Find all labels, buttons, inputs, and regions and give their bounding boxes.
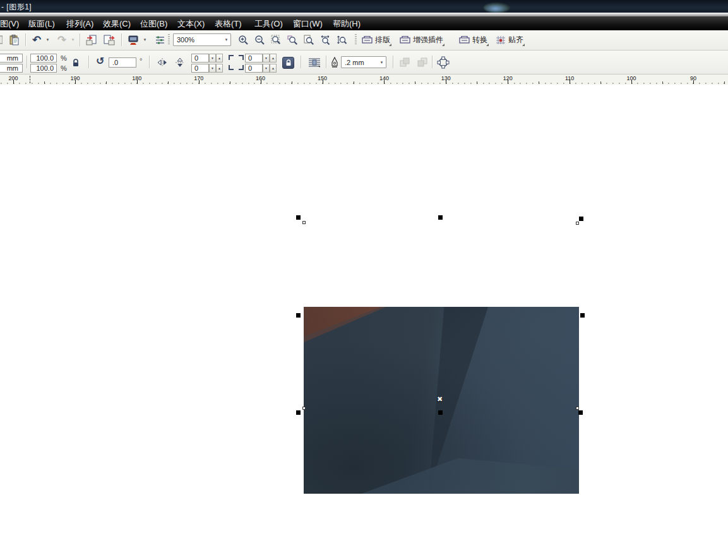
- paste-button[interactable]: [6, 32, 21, 47]
- undo-button[interactable]: ↶: [29, 32, 44, 47]
- spinner-down-icon: ▼: [211, 56, 214, 60]
- mirror-horizontal-button[interactable]: [155, 56, 169, 69]
- percent-label: %: [61, 64, 67, 72]
- object-width-field[interactable]: mm: [0, 54, 23, 63]
- plugins-plugin-button[interactable]: 增强插件: [398, 32, 445, 47]
- rotation-angle-field[interactable]: .0: [109, 57, 136, 68]
- redo-dropdown[interactable]: ▼: [69, 32, 76, 47]
- menu-table[interactable]: 表格(T): [215, 18, 242, 30]
- outline-width-combo[interactable]: .2 mm ▼: [341, 56, 386, 68]
- spinner-up[interactable]: ▲: [216, 54, 223, 63]
- zoom-out-button[interactable]: [251, 32, 268, 47]
- edit-corners-together-button[interactable]: [282, 57, 294, 69]
- selection-handle-top-right[interactable]: [579, 217, 583, 221]
- to-back-icon: [417, 57, 427, 68]
- to-front-button[interactable]: [398, 56, 412, 69]
- corner-radius-1-value: 0: [194, 54, 198, 62]
- selection-handle-bottom-left[interactable]: [296, 410, 301, 415]
- convert-to-curves-button[interactable]: [436, 55, 451, 70]
- propbar-separator: [88, 56, 89, 68]
- to-back-button[interactable]: [415, 56, 429, 69]
- percent-label: %: [61, 54, 67, 62]
- lock-ratio-button[interactable]: [71, 57, 81, 68]
- layout-plugin-button[interactable]: 排版: [360, 32, 392, 47]
- menu-view[interactable]: 图(V): [0, 18, 19, 30]
- mirror-vertical-button[interactable]: [173, 56, 187, 69]
- spinner-down[interactable]: ▼: [263, 64, 270, 73]
- application-launcher-icon: [128, 35, 139, 45]
- spinner-up-icon: ▲: [272, 56, 275, 60]
- snap-plugin-button[interactable]: 贴齐: [494, 32, 525, 47]
- width-unit: mm: [7, 54, 18, 62]
- object-center-marker[interactable]: ✖: [437, 395, 443, 403]
- menu-text[interactable]: 文本(X): [177, 18, 205, 30]
- menu-layout[interactable]: 版面(L): [28, 18, 55, 30]
- zoom-level-value: 300%: [174, 36, 222, 44]
- snap-grid-icon: [496, 35, 506, 45]
- menu-help[interactable]: 帮助(H): [333, 18, 361, 30]
- rotation-value: .0: [112, 59, 118, 66]
- curve-node[interactable]: [302, 407, 306, 410]
- export-button[interactable]: [101, 32, 117, 47]
- ruler-minor-ticks: [0, 83, 728, 84]
- horizontal-ruler[interactable]: 200 190 180 170 160 150 140 130 120 110 …: [0, 74, 728, 85]
- selection-handle-mid-left[interactable]: [296, 313, 301, 318]
- paste-icon: [9, 35, 20, 45]
- redo-button[interactable]: ↷: [54, 32, 69, 47]
- menu-effects[interactable]: 效果(C): [103, 18, 131, 30]
- undo-dropdown[interactable]: ▼: [44, 32, 51, 47]
- corner-radius-1-field[interactable]: 0: [191, 54, 209, 63]
- object-height-field[interactable]: mm: [0, 64, 23, 73]
- corner-radius-2-field[interactable]: 0: [191, 64, 209, 73]
- zoom-level-combo[interactable]: 300% ▼: [173, 33, 231, 46]
- text-wrap-button[interactable]: [307, 56, 322, 69]
- spinner-down[interactable]: ▼: [209, 54, 216, 63]
- menu-bitmaps[interactable]: 位图(B): [140, 18, 167, 30]
- zoom-to-page-height-button[interactable]: [333, 32, 350, 47]
- menu-bar: 图(V) 版面(L) 排列(A) 效果(C) 位图(B) 文本(X) 表格(T)…: [0, 16, 728, 30]
- curve-node[interactable]: [576, 222, 579, 225]
- zoom-to-page-button[interactable]: [301, 32, 317, 47]
- propbar-separator: [27, 56, 27, 68]
- spinner-up[interactable]: ▲: [270, 64, 277, 73]
- redo-icon: ↷: [57, 35, 66, 45]
- spinner-down[interactable]: ▼: [263, 54, 270, 63]
- selection-handle-mid-right[interactable]: [580, 313, 585, 318]
- application-launcher-button[interactable]: [125, 32, 141, 47]
- curve-node[interactable]: [302, 221, 306, 224]
- zoom-to-all-objects-button[interactable]: [284, 32, 301, 47]
- menu-tools[interactable]: 工具(O): [254, 18, 283, 30]
- convert-plugin-button[interactable]: 转换: [457, 32, 489, 47]
- zoom-to-selection-button[interactable]: [268, 32, 284, 47]
- toolbar-grip[interactable]: [355, 34, 357, 45]
- spinner-up[interactable]: ▲: [216, 64, 223, 73]
- spinner-up[interactable]: ▲: [270, 54, 277, 63]
- selection-handle-top-center[interactable]: [438, 215, 443, 220]
- selection-handle-bottom-right[interactable]: [578, 410, 583, 415]
- drawing-canvas[interactable]: ✖: [0, 85, 728, 560]
- scale-h-field[interactable]: 100.0: [30, 54, 57, 63]
- options-button[interactable]: [152, 32, 168, 47]
- scale-v-field[interactable]: 100.0: [30, 64, 57, 73]
- curve-node[interactable]: [576, 407, 579, 410]
- import-button[interactable]: [83, 32, 100, 47]
- convert-plugin-label: 转换: [472, 35, 487, 45]
- launcher-dropdown[interactable]: ▼: [141, 32, 148, 47]
- plugins-plugin-label: 增强插件: [413, 35, 443, 45]
- options-icon: [155, 35, 165, 45]
- toolbar-grip[interactable]: [168, 34, 170, 45]
- menu-arrange[interactable]: 排列(A): [66, 18, 93, 30]
- corner-radius-4-field[interactable]: 0: [245, 64, 263, 73]
- chevron-down-icon: ▼: [46, 38, 50, 42]
- zoom-to-all-objects-icon: [287, 35, 298, 45]
- undo-icon: ↶: [32, 35, 41, 45]
- zoom-to-page-width-button[interactable]: [317, 32, 333, 47]
- spinner-down[interactable]: ▼: [209, 64, 216, 73]
- corner-bracket-icon: [239, 65, 244, 70]
- lock-icon: [72, 59, 80, 67]
- selection-handle-bottom-center[interactable]: [438, 410, 443, 415]
- corner-radius-3-field[interactable]: 0: [245, 54, 263, 63]
- menu-window[interactable]: 窗口(W): [293, 18, 323, 30]
- zoom-in-button[interactable]: [235, 32, 251, 47]
- selection-handle-top-left[interactable]: [296, 215, 301, 220]
